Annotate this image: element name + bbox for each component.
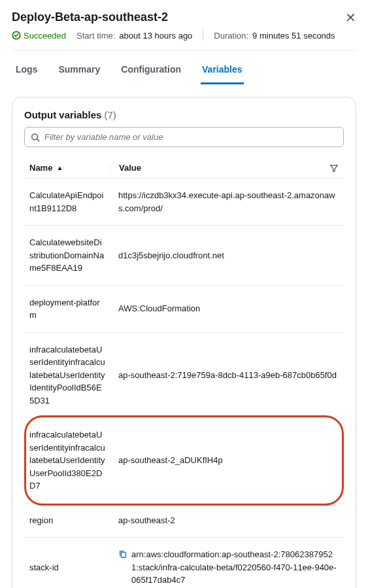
search-icon bbox=[31, 133, 40, 142]
tab-variables[interactable]: Variables bbox=[201, 56, 244, 84]
sort-asc-icon: ▲ bbox=[56, 164, 63, 171]
table-header: Name ▲ Value bbox=[24, 159, 344, 179]
panel-header: Deploy-Beta-ap-southeast-2 ✕ Succeeded S… bbox=[12, 10, 356, 51]
search-input[interactable] bbox=[24, 127, 344, 147]
cell-value-text: ap-southeast-2_aDUKfIH4p bbox=[118, 454, 223, 467]
duration-value: 9 minutes 51 seconds bbox=[252, 31, 335, 41]
card-title-text: Output variables bbox=[24, 109, 101, 120]
cell-value-text: https://iczdb3kx34.execute-api.ap-southe… bbox=[118, 189, 339, 215]
cell-value: d1c3j5sbejrijo.cloudfront.net bbox=[110, 249, 339, 262]
cell-value: AWS:CloudFormation bbox=[110, 302, 339, 315]
cell-value-text: arn:aws:cloudformation:ap-southeast-2:78… bbox=[131, 548, 339, 587]
cell-name: region bbox=[29, 514, 110, 527]
cell-value: ap-southeast-2 bbox=[110, 514, 339, 527]
output-variables-card: Output variables (7) Name ▲ Value bbox=[12, 97, 356, 588]
tab-logs[interactable]: Logs bbox=[14, 56, 39, 84]
cell-name: CalculatewebsiteDistributionDomainName5F… bbox=[29, 236, 110, 275]
cell-value-text: AWS:CloudFormation bbox=[118, 302, 200, 315]
variables-table: Name ▲ Value CalculateApiEndpoint1B9112D… bbox=[24, 159, 344, 588]
cell-name: CalculateApiEndpoint1B9112D8 bbox=[29, 189, 110, 215]
start-time-label: Start time: bbox=[76, 31, 115, 41]
table-row: infracalculatebetaUserIdentityinfracalcu… bbox=[24, 418, 344, 504]
header-divider bbox=[12, 50, 356, 51]
duration: Duration: 9 minutes 51 seconds bbox=[214, 31, 335, 41]
cell-value-text: d1c3j5sbejrijo.cloudfront.net bbox=[118, 249, 224, 262]
start-time: Start time: about 13 hours ago bbox=[76, 31, 192, 41]
search-wrap bbox=[24, 127, 344, 147]
table-row: stack-idarn:aws:cloudformation:ap-southe… bbox=[24, 538, 344, 588]
table-row: CalculateApiEndpoint1B9112D8https://iczd… bbox=[24, 179, 344, 226]
tab-configuration[interactable]: Configuration bbox=[120, 56, 182, 84]
table-body: CalculateApiEndpoint1B9112D8https://iczd… bbox=[24, 179, 344, 588]
table-row: regionap-southeast-2 bbox=[24, 504, 344, 538]
cell-name: stack-id bbox=[29, 561, 110, 574]
status-text: Succeeded bbox=[24, 31, 66, 41]
start-time-value: about 13 hours ago bbox=[119, 31, 192, 41]
duration-label: Duration: bbox=[214, 31, 248, 41]
deploy-panel: Deploy-Beta-ap-southeast-2 ✕ Succeeded S… bbox=[0, 0, 368, 588]
page-title: Deploy-Beta-ap-southeast-2 bbox=[12, 10, 168, 24]
cell-name: infracalculatebetaUserIdentityinfracalcu… bbox=[29, 428, 110, 493]
meta-divider bbox=[203, 29, 203, 41]
svg-rect-2 bbox=[121, 552, 125, 557]
col-header-value[interactable]: Value bbox=[110, 163, 339, 173]
close-icon[interactable]: ✕ bbox=[345, 11, 356, 24]
status-badge: Succeeded bbox=[12, 31, 66, 41]
filter-icon[interactable] bbox=[329, 164, 339, 173]
tab-bar: Logs Summary Configuration Variables bbox=[12, 56, 356, 85]
cell-value: ap-southeast-2_aDUKfIH4p bbox=[110, 454, 339, 467]
table-row: deployment-platformAWS:CloudFormation bbox=[24, 286, 344, 333]
table-row: CalculatewebsiteDistributionDomainName5F… bbox=[24, 226, 344, 286]
cell-value-text: ap-southeast-2 bbox=[118, 514, 175, 527]
cell-value-text: ap-southeast-2:719e759a-8dcb-4113-a9eb-6… bbox=[118, 369, 337, 382]
cell-value: arn:aws:cloudformation:ap-southeast-2:78… bbox=[110, 548, 339, 587]
cell-value: ap-southeast-2:719e759a-8dcb-4113-a9eb-6… bbox=[110, 369, 339, 382]
cell-name: deployment-platform bbox=[29, 296, 110, 322]
table-row: infracalculatebetaUserIdentityinfracalcu… bbox=[24, 333, 344, 419]
tab-summary[interactable]: Summary bbox=[57, 56, 101, 84]
card-title-count: (7) bbox=[105, 109, 116, 120]
col-header-name[interactable]: Name ▲ bbox=[29, 163, 110, 173]
copy-icon[interactable] bbox=[118, 549, 127, 559]
col-header-name-text: Name bbox=[29, 163, 52, 173]
card-title: Output variables (7) bbox=[24, 109, 344, 120]
success-icon bbox=[12, 31, 21, 40]
svg-point-1 bbox=[32, 133, 38, 139]
status-row: Succeeded Start time: about 13 hours ago… bbox=[12, 29, 356, 41]
cell-value: https://iczdb3kx34.execute-api.ap-southe… bbox=[110, 189, 339, 215]
cell-name: infracalculatebetaUserIdentityinfracalcu… bbox=[29, 343, 110, 407]
col-header-value-text: Value bbox=[119, 163, 141, 173]
